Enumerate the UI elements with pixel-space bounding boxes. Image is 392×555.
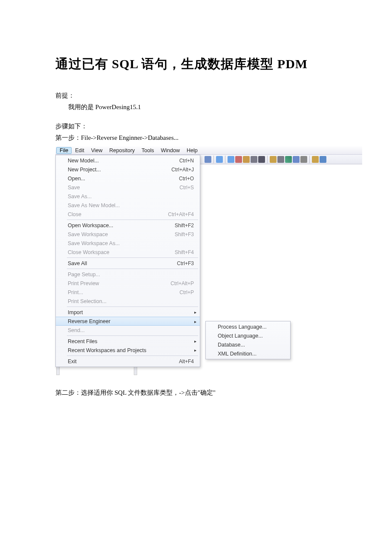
menu-item-label: Save Workspace As... (68, 240, 196, 246)
menu-separator (67, 257, 198, 258)
menu-item-label: Open Workspace... (68, 223, 175, 228)
app-screenshot: File Edit View Repository Tools Window H… (55, 146, 362, 375)
menu-item[interactable]: New Project...Ctrl+Alt+J (56, 165, 200, 174)
menu-item: Print Selection... (56, 297, 200, 306)
menu-item[interactable]: ExitAlt+F4 (56, 357, 200, 366)
premise-body: 我用的是 PowerDesing15.1 (55, 101, 337, 113)
menu-item-label: Exit (68, 358, 179, 364)
menu-item-shortcut: Ctrl+S (179, 185, 196, 191)
menu-item: CloseCtrl+Alt+F4 (56, 210, 200, 219)
submenu-arrow-icon: ▸ (194, 319, 196, 324)
toolbar-icon[interactable] (285, 156, 292, 163)
menu-item-label: Print Selection... (68, 298, 196, 304)
submenu-database[interactable]: Database... (206, 340, 290, 349)
menu-item-shortcut: Shift+F4 (175, 249, 196, 255)
menu-item[interactable]: Recent Files▸ (56, 337, 200, 346)
menu-separator (67, 306, 198, 307)
menu-item-label: Database... (218, 342, 245, 348)
menu-item-label: Close Workspace (68, 249, 175, 255)
menu-item: Close WorkspaceShift+F4 (56, 248, 200, 257)
step-1: 第一步：File->Reverse Enginner->Databases... (55, 132, 337, 144)
menu-separator (67, 356, 198, 356)
menu-item-label: Print Preview (68, 280, 170, 286)
menu-item-shortcut: Ctrl+Alt+F4 (168, 211, 196, 217)
menu-item-label: Send... (68, 327, 196, 333)
menu-item-label: Save As New Model... (68, 202, 196, 208)
menu-item-shortcut: Shift+F2 (175, 223, 196, 228)
menu-item: Save WorkspaceShift+F3 (56, 230, 200, 239)
document-page: 通过已有 SQL 语句，生成数据库模型 PDM 前提： 我用的是 PowerDe… (0, 0, 392, 555)
submenu-process-language[interactable]: Process Language... (206, 322, 290, 331)
menu-item-label: Recent Files (68, 338, 196, 344)
toolbar-icon[interactable] (277, 156, 284, 163)
menu-item-label: Object Language... (218, 333, 263, 339)
menu-item[interactable]: Save AllCtrl+F3 (56, 259, 200, 268)
menu-item-label: Process Language... (218, 324, 267, 330)
doc-title: 通过已有 SQL 语句，生成数据库模型 PDM (55, 55, 337, 73)
menu-view[interactable]: View (88, 147, 106, 154)
steps-label: 步骤如下： (55, 121, 337, 132)
menu-item-label: Close (68, 211, 168, 217)
step-2: 第二步：选择适用你 SQL 文件数据库类型，->点击"确定" (55, 387, 337, 399)
menu-item-shortcut: Ctrl+Alt+P (170, 280, 196, 286)
toolbar-icon[interactable] (312, 156, 319, 163)
menu-item-shortcut: Ctrl+Alt+J (171, 167, 196, 173)
submenu-arrow-icon: ▸ (194, 310, 196, 315)
toolbar-icon[interactable] (216, 156, 223, 163)
toolbar-icon[interactable] (293, 156, 300, 163)
menu-item-shortcut: Ctrl+P (179, 289, 196, 295)
menu-item-shortcut: Shift+F3 (175, 231, 196, 237)
submenu-arrow-icon: ▸ (194, 348, 196, 353)
menu-item: Save As... (56, 192, 200, 201)
menu-item-label: Reverse Engineer (68, 318, 196, 324)
menu-item-shortcut: Ctrl+F3 (177, 260, 196, 266)
toolbar-icon[interactable] (320, 156, 326, 163)
submenu-xml-definition[interactable]: XML Definition... (206, 349, 290, 358)
menu-item: Send... (56, 326, 200, 335)
toolbar-icon[interactable] (270, 156, 277, 163)
menu-help[interactable]: Help (183, 147, 201, 154)
submenu-object-language[interactable]: Object Language... (206, 331, 290, 340)
menu-item-label: XML Definition... (218, 351, 257, 357)
menu-item[interactable]: Open...Ctrl+O (56, 174, 200, 183)
menu-item[interactable]: New Model...Ctrl+N (56, 156, 200, 165)
menu-item: SaveCtrl+S (56, 183, 200, 192)
toolbar-text-icon[interactable] (300, 156, 307, 163)
toolbar-icon[interactable] (243, 156, 250, 163)
menu-tools[interactable]: Tools (138, 147, 157, 154)
menu-item: Print...Ctrl+P (56, 288, 200, 297)
menu-separator (67, 269, 198, 269)
toolbar-icon[interactable] (251, 156, 257, 163)
menu-edit[interactable]: Edit (72, 147, 88, 154)
menu-item-label: New Model... (68, 158, 179, 164)
menu-repository[interactable]: Repository (106, 147, 138, 154)
menu-item-label: Open... (68, 176, 179, 182)
menu-item: Page Setup... (56, 270, 200, 279)
menu-item-shortcut: Alt+F4 (179, 358, 196, 364)
toolbar-icon[interactable] (228, 156, 234, 163)
menu-separator (67, 335, 198, 336)
menu-item: Save As New Model... (56, 201, 200, 210)
toolbar-icon[interactable] (258, 156, 265, 163)
toolbar-icon[interactable] (235, 156, 242, 163)
menu-item[interactable]: Import▸ (56, 308, 200, 317)
reverse-engineer-submenu: Process Language... Object Language... D… (205, 321, 291, 359)
menu-file[interactable]: File (56, 147, 72, 154)
menu-item-label: New Project... (68, 167, 171, 173)
menu-window[interactable]: Window (158, 147, 183, 154)
submenu-arrow-icon: ▸ (194, 339, 196, 344)
menu-item: Print PreviewCtrl+Alt+P (56, 279, 200, 288)
file-menu-dropdown: New Model...Ctrl+NNew Project...Ctrl+Alt… (55, 155, 200, 367)
menu-item: Save Workspace As... (56, 239, 200, 248)
menu-separator (67, 220, 198, 220)
menu-item-label: Save (68, 185, 179, 191)
menu-item-shortcut: Ctrl+N (179, 158, 196, 164)
menu-item-label: Save Workspace (68, 231, 175, 237)
menu-item-label: Import (68, 309, 196, 315)
menu-item-label: Recent Workspaces and Projects (68, 347, 196, 353)
menu-item[interactable]: Recent Workspaces and Projects▸ (56, 346, 200, 355)
menu-item-label: Page Setup... (68, 272, 196, 278)
menu-item[interactable]: Open Workspace...Shift+F2 (56, 221, 200, 230)
toolbar-icon[interactable] (205, 156, 211, 163)
menu-item[interactable]: Reverse Engineer▸ (56, 317, 200, 326)
